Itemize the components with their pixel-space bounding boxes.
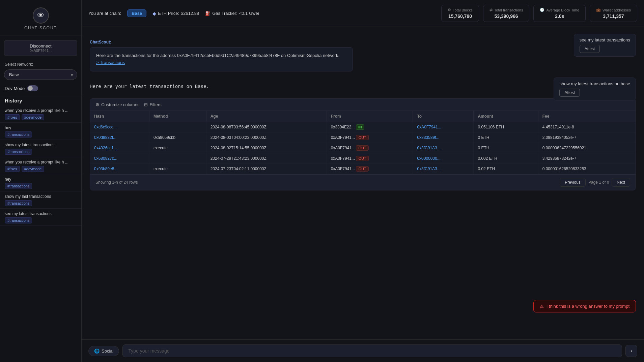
stat-card: 🕐 Average Block Time 2.0s <box>533 5 586 22</box>
cell-amount: 0.02 ETH <box>474 163 538 174</box>
cell-fee: 0.000006247229556021 <box>538 143 636 153</box>
history-item[interactable]: when you receive a prompt like h ...#fix… <box>0 105 81 123</box>
cell-to: 0x3fC91A3... <box>413 143 474 153</box>
suggestion-bubble-2: show my latest transactions on base Atte… <box>554 78 636 100</box>
dev-mode-toggle[interactable] <box>27 85 38 91</box>
cell-age: 2024-08-03T04:00:23.000000Z <box>206 132 327 143</box>
stat-label: Average Block Time <box>546 8 579 12</box>
history-item[interactable]: show my latest transactions#transactions <box>0 140 81 157</box>
eth-price-label: ETH Price: <box>158 11 179 16</box>
cell-hash: 0x4026cc1... <box>90 143 149 153</box>
col-method: Method <box>149 111 206 122</box>
history-item-title: show my last transactions <box>5 194 77 199</box>
gas-tracker: ⛽ Gas Tracker: <0.1 Gwei <box>205 11 259 16</box>
history-tag[interactable]: #fixes <box>5 166 20 172</box>
stat-card-header: 💼 Wallet addresses <box>596 8 631 12</box>
social-label: Social <box>102 349 113 354</box>
next-button[interactable]: Next <box>612 178 630 187</box>
table-body: 0xd6c9ccc... 2024-08-08T03:56:45.000000Z… <box>90 122 636 174</box>
message-input[interactable] <box>122 344 622 357</box>
history-tag[interactable]: #transactions <box>5 183 32 189</box>
stat-card-header: 🕐 Average Block Time <box>540 8 579 12</box>
col-fee: Fee <box>538 111 636 122</box>
filters-label: Filters <box>149 102 161 107</box>
direction-badge: OUT <box>356 156 368 161</box>
stat-label: Total transactions <box>494 8 523 12</box>
history-tag[interactable]: #devmode <box>22 166 44 172</box>
chain-badge: Base <box>127 9 146 17</box>
bot-text: Here are the transactions for the addres… <box>96 53 339 58</box>
direction-badge: OUT <box>356 145 368 151</box>
col-from: From <box>327 111 413 122</box>
stat-label: Wallet addresses <box>603 8 631 12</box>
cell-hash: 0xd6c9ccc... <box>90 122 149 132</box>
stats-row: ⚙ Total Blocks 15,760,790 ⇄ Total transa… <box>441 5 637 22</box>
col-hash: Hash <box>90 111 149 122</box>
table-row: 0x93b89e8... execute 2024-07-23T04:02:11… <box>90 163 636 174</box>
history-tag[interactable]: #fixes <box>5 114 20 120</box>
history-heading: History <box>0 95 81 105</box>
table-row: 0x4026cc1... execute 2024-08-02T15:14:55… <box>90 143 636 153</box>
stat-card-header: ⚙ Total Blocks <box>448 8 473 12</box>
stat-icon: 🕐 <box>540 8 544 12</box>
attest-button-2[interactable]: Attest <box>559 89 580 97</box>
cell-from: 0x3304E22... IN <box>327 122 413 132</box>
table-footer: Showing 1-n of 24 rows Previous Page 1 o… <box>90 174 636 190</box>
page-controls: Previous Page 1 of n Next <box>560 178 630 187</box>
cell-method <box>149 122 206 132</box>
history-tag[interactable]: #transactions <box>5 200 32 206</box>
bot-bubble: Here are the transactions for the addres… <box>90 47 353 71</box>
page-indicator: Page 1 of n <box>588 180 609 185</box>
direction-badge: OUT <box>356 166 368 172</box>
history-item[interactable]: see my latest transactions#transactions <box>0 209 81 226</box>
cell-fee: 4.4531714011e-8 <box>538 122 636 132</box>
cell-age: 2024-07-29T21:43:23.000000Z <box>206 153 327 163</box>
dev-mode-row: Dev Mode <box>0 83 81 95</box>
stat-icon: 💼 <box>596 8 601 12</box>
input-bar: 🌐 Social › <box>82 339 644 362</box>
col-age: Age <box>206 111 327 122</box>
col-to: To <box>413 111 474 122</box>
cell-age: 2024-08-08T03:56:45.000000Z <box>206 122 327 132</box>
customize-columns-button[interactable]: ⚙ Customize columns <box>95 102 139 107</box>
history-tag[interactable]: #transactions <box>5 149 32 155</box>
cell-to: 0x3fC91A3... <box>413 163 474 174</box>
history-tag[interactable]: #devmode <box>22 114 44 120</box>
table-header-row: Hash Method Age From To Amount Fee <box>90 111 636 122</box>
social-button[interactable]: 🌐 Social <box>88 346 119 356</box>
cell-amount: 0 ETH <box>474 143 538 153</box>
history-item[interactable]: when you receive a prompt like h ...#fix… <box>0 157 81 174</box>
dev-mode-label: Dev Mode <box>5 86 25 91</box>
col-amount: Amount <box>474 111 538 122</box>
history-item[interactable]: hey#transactions <box>0 174 81 191</box>
stat-icon: ⇄ <box>489 8 493 12</box>
disconnect-label: Disconnect <box>8 43 74 49</box>
network-select[interactable]: Base Ethereum Optimism Arbitrum <box>4 69 77 80</box>
previous-button[interactable]: Previous <box>560 178 586 187</box>
stat-value: 15,760,790 <box>448 13 473 19</box>
gas-icon: ⛽ <box>205 11 211 16</box>
sidebar: 👁 CHAT SCOUT Disconnect 0xA0F7941... Sel… <box>0 0 82 362</box>
attest-button-1[interactable]: Attest <box>580 45 600 53</box>
cell-hash: 0x680827c... <box>90 153 149 163</box>
stat-card-header: ⇄ Total transactions <box>489 8 523 12</box>
history-item[interactable]: hey#transactions <box>0 123 81 140</box>
logo-area: 👁 CHAT SCOUT <box>0 0 81 35</box>
transactions-link[interactable]: > Transactions <box>96 60 125 65</box>
stat-card: 💼 Wallet addresses 3,711,357 <box>590 5 637 22</box>
cell-from: 0xA0F7941... OUT <box>327 143 413 153</box>
wrong-answer-bubble[interactable]: ⚠ I think this is a wrong answer to my p… <box>533 300 636 312</box>
history-tag[interactable]: #transactions <box>5 131 32 138</box>
stat-label: Total Blocks <box>453 8 473 12</box>
send-button[interactable]: › <box>625 345 637 357</box>
cell-method: execute <box>149 143 206 153</box>
cell-to: 0xA0F7941... <box>413 122 474 132</box>
suggestion-bubble-1: see my latest transactions Attest <box>574 34 636 57</box>
stat-card: ⇄ Total transactions 53,390,966 <box>483 5 530 22</box>
cell-from: 0xA0F7941... OUT <box>327 153 413 163</box>
history-tag[interactable]: #transactions <box>5 217 32 223</box>
disconnect-button[interactable]: Disconnect 0xA0F7941... <box>4 40 77 56</box>
filters-button[interactable]: ⊞ Filters <box>144 102 161 107</box>
history-item[interactable]: show my last transactions#transactions <box>0 191 81 209</box>
settings-icon: ⚙ <box>95 102 100 107</box>
